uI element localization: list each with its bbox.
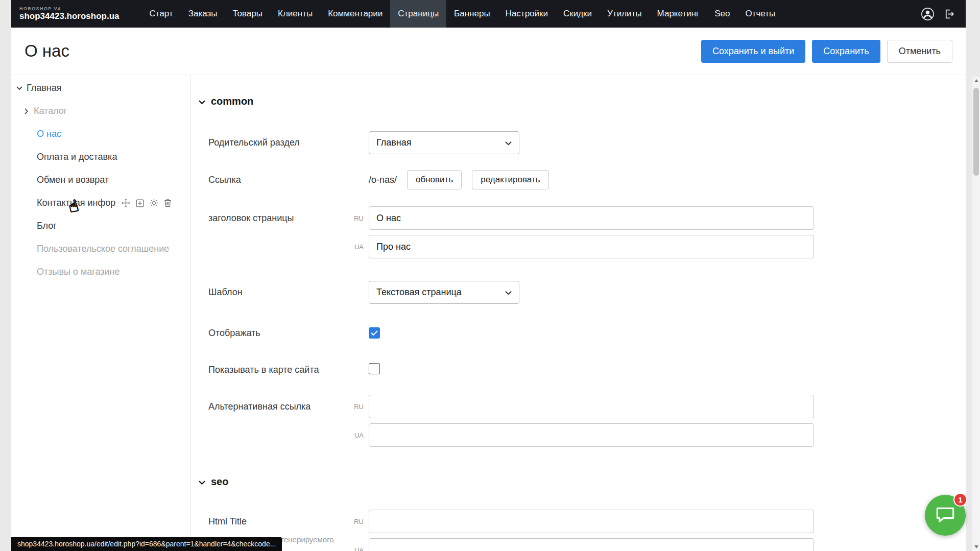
nav-item-clients[interactable]: Клиенты — [270, 0, 320, 28]
vertical-scrollbar[interactable] — [972, 77, 980, 551]
nav-item-reports[interactable]: Отчеты — [737, 0, 783, 28]
sidebar-item-blog[interactable]: Блог — [11, 214, 190, 237]
section-header-common[interactable]: common — [199, 95, 966, 107]
topbar: HOROSHOP V4 shop34423.horoshop.ua Старт … — [11, 0, 966, 28]
sidebar-item-glavnaya[interactable]: Главная — [11, 77, 190, 100]
sidebar-item-label: Оплата и доставка — [37, 152, 117, 162]
drag-move-icon[interactable] — [122, 199, 130, 207]
app-window: HOROSHOP V4 shop34423.horoshop.ua Старт … — [11, 0, 966, 551]
template-select[interactable]: Текстовая страница — [369, 281, 519, 304]
page-title: О нас — [25, 41, 69, 61]
html-title-ru-input[interactable] — [369, 510, 814, 533]
link-edit-button[interactable]: редактировать — [472, 170, 548, 189]
nav-item-seo[interactable]: Seo — [707, 0, 737, 28]
page-title-ua-input[interactable] — [369, 235, 814, 258]
pages-tree-sidebar: Главная Каталог О нас Оплата и доставка … — [11, 75, 191, 551]
chevron-down-icon — [199, 476, 205, 488]
sidebar-item-label: Пользовательское соглашение — [37, 244, 169, 254]
chat-unread-badge: 1 — [953, 493, 967, 507]
sitemap-checkbox[interactable] — [369, 363, 380, 374]
sidebar-item-label: О нас — [37, 129, 61, 139]
nav-item-comments[interactable]: Комментарии — [320, 0, 390, 28]
lang-badge-ru: RU — [347, 518, 364, 525]
section-title: seo — [211, 476, 228, 488]
chevron-down-icon — [16, 86, 22, 90]
settings-gear-icon[interactable] — [150, 199, 158, 207]
scrollbar-up-icon[interactable] — [972, 77, 980, 85]
form-row-display: Отображать — [199, 327, 966, 339]
chat-widget-button[interactable]: 1 — [925, 495, 966, 536]
save-button[interactable]: Сохранить — [812, 40, 880, 63]
form-row-alt-link: Альтернативная ссылка RU UA — [199, 395, 966, 447]
display-checkbox[interactable] — [369, 327, 380, 339]
chat-bubble-icon — [935, 505, 955, 526]
chevron-down-icon — [199, 95, 205, 107]
field-label: Шаблон — [208, 287, 369, 298]
sidebar-item-otzyvy-o-magazine[interactable]: Отзывы о магазине — [11, 260, 190, 283]
page-header: О нас Сохранить и выйти Сохранить Отмени… — [11, 28, 966, 75]
page-title-ru-input[interactable] — [369, 206, 814, 230]
form-row-template: Шаблон Текстовая страница — [199, 281, 966, 304]
field-label: Альтернативная ссылка — [208, 395, 369, 418]
brand-domain-label: shop34423.horoshop.ua — [19, 11, 119, 21]
lang-badge-ru: RU — [347, 403, 364, 411]
header-actions: Сохранить и выйти Сохранить Отменить — [701, 40, 952, 63]
sidebar-item-o-nas[interactable]: О нас — [11, 123, 190, 146]
section-header-seo[interactable]: seo — [199, 475, 966, 488]
nav-item-marketing[interactable]: Маркетинг — [650, 0, 707, 28]
field-label: Ссылка — [208, 175, 369, 185]
chevron-right-icon — [23, 109, 30, 113]
chevron-down-icon — [505, 137, 512, 148]
field-label: заголовок страницы — [208, 206, 369, 230]
link-refresh-button[interactable]: обновить — [407, 170, 462, 189]
select-value: Главная — [376, 137, 412, 148]
nav-item-banners[interactable]: Баннеры — [446, 0, 498, 28]
user-account-icon[interactable] — [921, 7, 935, 21]
form-row-parent-section: Родительский раздел Главная — [199, 131, 966, 154]
add-page-icon[interactable] — [136, 199, 144, 207]
nav-item-orders[interactable]: Заказы — [181, 0, 225, 28]
sidebar-item-oplata-i-dostavka[interactable]: Оплата и доставка — [11, 146, 190, 169]
section-title: common — [211, 95, 253, 107]
page-edit-form: common Родительский раздел Главная Ссылк… — [191, 75, 966, 551]
field-label: Отображать — [208, 328, 369, 339]
sidebar-item-kontaktnaya-informatsiya[interactable]: Контактная инфор — [11, 191, 190, 214]
sidebar-item-label: Каталог — [34, 106, 67, 116]
logout-icon[interactable] — [943, 8, 955, 20]
delete-trash-icon[interactable] — [164, 199, 172, 207]
field-label: Html Title — [208, 510, 369, 533]
cancel-button[interactable]: Отменить — [887, 40, 952, 63]
lang-badge-ua: UA — [347, 432, 364, 439]
save-and-exit-button[interactable]: Сохранить и выйти — [701, 40, 805, 63]
sidebar-item-label: Обмен и возврат — [37, 175, 109, 185]
nav-item-settings[interactable]: Настройки — [498, 0, 556, 28]
sidebar-item-label: Отзывы о магазине — [37, 267, 120, 277]
sidebar-item-obmen-i-vozvrat[interactable]: Обмен и возврат — [11, 169, 190, 191]
sidebar-item-label: Блог — [37, 221, 57, 231]
sidebar-item-polzovatelskoe-soglashenie[interactable]: Пользовательское соглашение — [11, 237, 190, 260]
chevron-down-icon — [505, 287, 512, 298]
brand-logo[interactable]: HOROSHOP V4 shop34423.horoshop.ua — [19, 0, 119, 28]
nav-item-products[interactable]: Товары — [225, 0, 270, 28]
html-title-ua-input[interactable] — [369, 538, 814, 551]
scrollbar-down-icon[interactable] — [972, 543, 980, 551]
field-label: Родительский раздел — [208, 137, 369, 148]
brand-version-label: HOROSHOP V4 — [19, 6, 119, 11]
nav-item-utilities[interactable]: Утилиты — [600, 0, 650, 28]
tree-item-actions — [122, 199, 172, 207]
sidebar-item-katalog[interactable]: Каталог — [11, 100, 190, 123]
topbar-right — [921, 0, 955, 28]
sidebar-item-label: Главная — [27, 83, 62, 93]
sidebar-item-label: Контактная инфор — [37, 198, 115, 208]
status-url-tooltip: shop34423.horoshop.ua/edit/edit.php?id=6… — [11, 537, 282, 551]
parent-section-select[interactable]: Главная — [369, 131, 519, 154]
nav-item-start[interactable]: Старт — [142, 0, 181, 28]
form-row-link: Ссылка /o-nas/ обновить редактировать — [199, 170, 966, 189]
nav-item-discounts[interactable]: Скидки — [556, 0, 600, 28]
field-label: Показывать в карте сайта — [208, 365, 369, 375]
scrollbar-thumb[interactable] — [973, 88, 979, 176]
lang-badge-ua: UA — [347, 243, 364, 251]
alt-link-ru-input[interactable] — [369, 395, 814, 418]
alt-link-ua-input[interactable] — [369, 423, 814, 447]
nav-item-pages[interactable]: Страницы — [390, 0, 446, 28]
